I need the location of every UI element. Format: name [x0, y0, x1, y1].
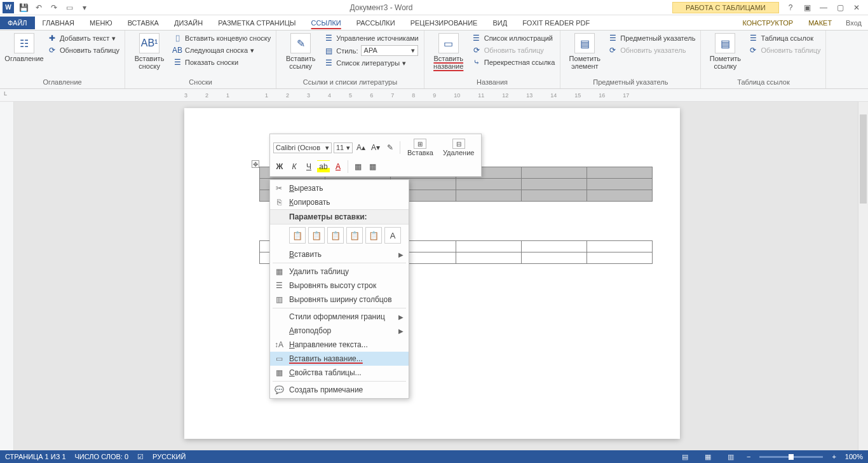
caption-icon: ▭ [438, 33, 459, 53]
font-color-icon[interactable]: A [332, 160, 344, 173]
help-icon[interactable]: ? [784, 3, 797, 12]
redo-icon[interactable]: ↷ [48, 2, 60, 13]
mini-delete-button[interactable]: ⊟Удаление [439, 137, 478, 158]
next-footnote-button[interactable]: ABСледующая сноска ▾ [172, 45, 271, 55]
shrink-font-icon[interactable]: A▾ [369, 141, 382, 154]
status-page[interactable]: СТРАНИЦА 1 ИЗ 1 [5, 453, 66, 460]
paste-picture-icon[interactable]: A [384, 227, 401, 244]
ctx-delete-table[interactable]: ▦Удалить таблицу [270, 265, 409, 279]
paste-keep-source-icon[interactable]: 📋 [289, 227, 306, 244]
tab-table-design[interactable]: КОНСТРУКТОР [735, 17, 801, 29]
tab-home[interactable]: ГЛАВНАЯ [35, 17, 82, 29]
zoom-slider[interactable] [759, 456, 823, 458]
title-bar: W 💾 ↶ ↷ ▭ ▾ Документ3 - Word РАБОТА С ТА… [0, 0, 868, 15]
table-of-figures-button[interactable]: ☰Список иллюстраций [471, 33, 555, 43]
mark-citation-button[interactable]: ▤ Пометитьссылку [706, 33, 744, 70]
maximize-icon[interactable]: ▢ [834, 3, 846, 12]
group-toa-label: Таблица ссылок [706, 77, 820, 87]
ctx-table-properties[interactable]: ▦Свойства таблицы... [270, 366, 409, 380]
vertical-ruler[interactable] [0, 102, 14, 450]
tab-design[interactable]: ДИЗАЙН [166, 17, 210, 29]
insert-index-button[interactable]: ☰Предметный указатель [607, 33, 695, 43]
ctx-copy[interactable]: ⎘Копировать [270, 195, 409, 209]
highlight-icon[interactable]: ab [317, 160, 330, 173]
paste-merge-icon[interactable]: 📋 [308, 227, 325, 244]
zoom-out-icon[interactable]: − [747, 453, 750, 460]
tab-mailings[interactable]: РАССЫЛКИ [349, 17, 403, 29]
update-toc-button[interactable]: ⟳Обновить таблицу [47, 45, 119, 55]
shading-icon[interactable]: ▦ [351, 160, 364, 173]
status-word-count[interactable]: ЧИСЛО СЛОВ: 0 [75, 453, 129, 460]
manage-sources-button[interactable]: ☰Управление источниками [323, 33, 418, 43]
tab-menu[interactable]: Меню [82, 17, 120, 29]
underline-icon[interactable]: Ч [302, 160, 315, 173]
ctx-distribute-rows[interactable]: ☰Выровнять высоту строк [270, 279, 409, 293]
ctx-distribute-cols[interactable]: ▥Выровнять ширину столбцов [270, 293, 409, 307]
format-painter-icon[interactable]: ✎ [384, 141, 397, 154]
view-web-icon[interactable]: ▥ [724, 453, 738, 461]
status-bar: СТРАНИЦА 1 ИЗ 1 ЧИСЛО СЛОВ: 0 ☑ РУССКИЙ … [0, 450, 868, 463]
insert-footnote-button[interactable]: AB¹ Вставитьсноску [130, 33, 168, 70]
font-select[interactable]: Calibri (Основ▾ [273, 142, 332, 153]
mini-insert-button[interactable]: ⊞Вставка [403, 137, 437, 158]
toc-icon: ☷ [14, 33, 34, 53]
tab-references[interactable]: ССЫЛКИ [304, 17, 349, 29]
cross-reference-button[interactable]: ⤷Перекрестная ссылка [471, 57, 555, 67]
font-size-select[interactable]: 11▾ [334, 142, 353, 153]
italic-icon[interactable]: К [288, 160, 301, 173]
status-language[interactable]: РУССКИЙ [153, 453, 186, 460]
horizontal-ruler[interactable]: L 3211234567891011121314151617 [0, 89, 868, 102]
paste-as-new-rows-icon[interactable]: 📋 [346, 227, 363, 244]
vertical-scrollbar[interactable] [858, 102, 868, 450]
qat-dropdown-icon[interactable]: ▾ [79, 2, 90, 13]
undo-icon[interactable]: ↶ [33, 2, 44, 13]
ctx-autofit[interactable]: Автоподбор▶ [270, 324, 409, 338]
zoom-level[interactable]: 100% [845, 453, 863, 460]
status-proofing-icon[interactable]: ☑ [137, 453, 144, 461]
ctx-cut[interactable]: ✂Вырезать [270, 181, 409, 195]
view-read-icon[interactable]: ▤ [678, 453, 692, 461]
ctx-text-direction[interactable]: ↕AНаправление текста... [270, 338, 409, 352]
ctx-border-styles[interactable]: Стили оформления границ▶ [270, 310, 409, 324]
new-doc-icon[interactable]: ▭ [64, 2, 75, 13]
add-text-icon: ✚ [47, 33, 57, 43]
ribbon-options-icon[interactable]: ▣ [801, 3, 813, 12]
tab-page-layout[interactable]: РАЗМЕТКА СТРАНИЦЫ [210, 17, 303, 29]
paste-keep-text-icon[interactable]: 📋 [365, 227, 382, 244]
tab-foxit[interactable]: Foxit Reader PDF [515, 17, 597, 29]
zoom-in-icon[interactable]: + [832, 453, 836, 460]
bibliography-button[interactable]: ☰Список литературы ▾ [323, 58, 418, 68]
citation-style-row[interactable]: ▤Стиль: APA▾ [323, 45, 418, 56]
citation-style-select[interactable]: APA▾ [361, 45, 418, 56]
insert-endnote-button[interactable]: ⌷Вставить концевую сноску [172, 33, 271, 43]
add-text-button[interactable]: ✚Добавить текст ▾ [47, 33, 119, 43]
tab-file[interactable]: ФАЙЛ [0, 17, 35, 29]
insert-toa-button[interactable]: ☰Таблица ссылок [748, 33, 820, 43]
ctx-new-comment[interactable]: 💬Создать примечание [270, 383, 409, 397]
insert-caption-button[interactable]: ▭ Вставитьназвание [430, 33, 468, 70]
borders-icon[interactable]: ▦ [366, 160, 379, 173]
copy-icon: ⎘ [274, 197, 284, 207]
ctx-paste-options: 📋 📋 📋 📋 📋 A [270, 225, 409, 247]
bold-icon[interactable]: Ж [273, 160, 286, 173]
save-icon[interactable]: 💾 [18, 2, 29, 13]
ruler-ticks: 3211234567891011121314151617 [184, 92, 629, 99]
ctx-insert[interactable]: Вставить▶ [270, 247, 409, 261]
mark-entry-button[interactable]: ▤ Пометитьэлемент [566, 33, 604, 70]
minimize-icon[interactable]: — [817, 3, 830, 12]
tab-review[interactable]: РЕЦЕНЗИРОВАНИЕ [403, 17, 485, 29]
grow-font-icon[interactable]: A▴ [355, 141, 367, 154]
toc-button[interactable]: ☷ Оглавление [5, 33, 43, 62]
ctx-insert-caption[interactable]: ▭Вставить название... [270, 352, 409, 366]
show-notes-button[interactable]: ☰Показать сноски [172, 57, 271, 67]
sign-in-link[interactable]: Вход [839, 17, 868, 29]
tab-view[interactable]: ВИД [485, 17, 515, 29]
paste-nest-table-icon[interactable]: 📋 [327, 227, 344, 244]
table-move-handle-icon[interactable]: ✥ [252, 160, 259, 168]
close-icon[interactable]: ✕ [850, 3, 863, 12]
insert-citation-button[interactable]: ✎ Вставитьссылку [281, 33, 320, 70]
view-print-icon[interactable]: ▦ [701, 453, 715, 461]
quick-access-toolbar: W 💾 ↶ ↷ ▭ ▾ [0, 2, 90, 13]
tab-table-layout[interactable]: МАКЕТ [801, 17, 839, 29]
tab-insert[interactable]: ВСТАВКА [120, 17, 166, 29]
